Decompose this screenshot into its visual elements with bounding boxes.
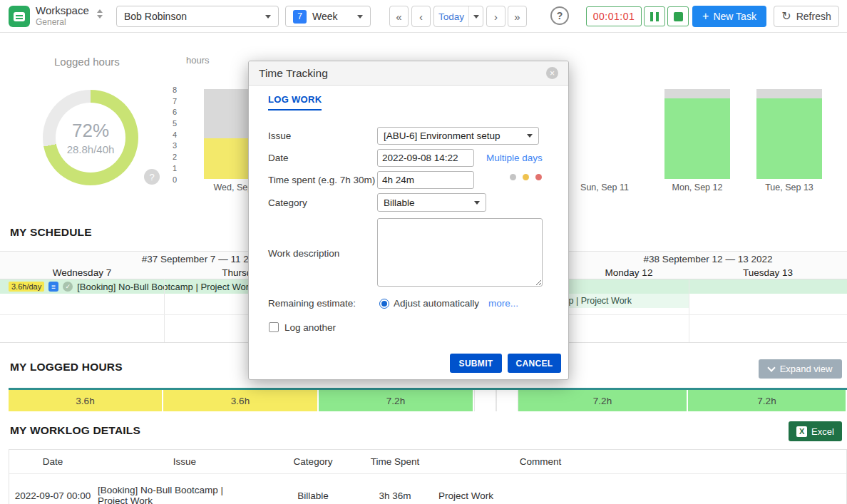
donut-help-icon[interactable]: ? xyxy=(144,169,160,185)
logged-hours-segment[interactable] xyxy=(474,390,496,411)
calendar-icon: 7 xyxy=(293,10,307,24)
close-icon[interactable]: × xyxy=(546,67,558,79)
plus-icon: + xyxy=(702,11,709,22)
timesheet-app: Workspace General Bob Robinson 7 Week « … xyxy=(0,0,847,504)
chevron-down-icon xyxy=(473,15,479,19)
category-select[interactable]: Billable xyxy=(377,193,486,212)
logged-hours-segment[interactable]: 3.6h xyxy=(163,390,319,411)
status-dot-icon xyxy=(523,174,529,180)
worklog-table-row[interactable]: 2022-09-07 00:00 [Booking] No-Bull Bootc… xyxy=(9,474,846,504)
bar-x-label: Tue, Sep 13 xyxy=(756,182,822,192)
new-task-button[interactable]: + New Task xyxy=(692,6,766,27)
refresh-label: Refresh xyxy=(796,11,831,22)
booking-rate-badge: 3.6h/day xyxy=(9,282,44,292)
chevron-down-icon xyxy=(265,15,271,19)
logged-hours-section-title: MY LOGGED HOURS xyxy=(10,361,123,374)
schedule-monday-booking-cell[interactable]: [Booking] No-Bull Bootcamp | Project Wor… xyxy=(569,294,689,308)
chevron-down-icon xyxy=(474,201,480,205)
status-dot-icon xyxy=(535,174,542,180)
worklog-section-title: MY WORKLOG DETAILS xyxy=(10,424,140,437)
work-description-textarea[interactable] xyxy=(377,218,543,287)
nav-prev-button[interactable]: ‹ xyxy=(411,6,431,27)
column-header-filler xyxy=(644,450,846,473)
nav-first-button[interactable]: « xyxy=(389,6,409,27)
issue-select-value: [ABU-6] Environment setup xyxy=(384,130,500,141)
adjust-automatically-radio[interactable] xyxy=(379,299,389,309)
bar-x-label: Mon, Sep 12 xyxy=(664,182,730,192)
date-field-label: Date xyxy=(268,153,289,163)
today-button[interactable]: Today xyxy=(434,6,468,26)
pause-icon xyxy=(650,12,653,21)
logged-hours-segment[interactable]: 3.6h xyxy=(9,390,163,411)
period-select[interactable]: 7 Week xyxy=(285,6,371,27)
logged-hours-segment[interactable]: 7.2h xyxy=(688,390,847,411)
worklog-comment: Project Work xyxy=(437,474,644,504)
refresh-button[interactable]: ↻ Refresh xyxy=(774,6,839,27)
booking-entry[interactable]: 3.6h/day ≡ ✓ [Booking] No-Bull Bootcamp … xyxy=(9,281,254,292)
remaining-estimate-label: Remaining estimate: xyxy=(268,298,356,309)
booking-status-icon: ✓ xyxy=(63,282,73,292)
stop-icon xyxy=(674,12,683,21)
time-spent-field-label: Time spent (e.g. 7h 30m) xyxy=(268,175,375,185)
excel-icon: X xyxy=(796,426,807,437)
issue-field-label: Issue xyxy=(268,130,291,141)
column-header-time-spent: Time Spent xyxy=(353,450,437,473)
schedule-section-title: MY SCHEDULE xyxy=(10,226,92,239)
more-link[interactable]: more... xyxy=(488,298,518,309)
dialog-header: Time Tracking × xyxy=(249,61,568,86)
workspace-title: Workspace xyxy=(36,4,89,16)
excel-label: Excel xyxy=(811,426,834,437)
grid-line xyxy=(164,279,165,342)
logged-hours-bar: 3.6h3.6h7.2h7.2h7.2h xyxy=(9,388,847,411)
worklog-header-row: Date Issue Category Time Spent Comment xyxy=(9,450,846,474)
status-dots xyxy=(510,174,542,180)
nav-next-button[interactable]: › xyxy=(486,6,505,27)
user-select[interactable]: Bob Robinson xyxy=(116,6,279,27)
period-select-value: Week xyxy=(312,11,338,22)
export-excel-button[interactable]: X Excel xyxy=(789,421,842,441)
logged-hours-segment[interactable]: 7.2h xyxy=(319,390,474,411)
column-header-issue: Issue xyxy=(96,450,273,473)
bar-planned-segment xyxy=(664,89,730,98)
chevron-down-icon xyxy=(527,134,533,138)
worklog-table: Date Issue Category Time Spent Comment 2… xyxy=(9,449,847,504)
worklog-filler xyxy=(644,474,846,504)
cancel-button[interactable]: CANCEL xyxy=(508,354,561,373)
bar-logged-segment xyxy=(664,98,730,179)
workspace-subtitle: General xyxy=(36,17,66,27)
nav-today-group: Today xyxy=(433,6,483,27)
week-38-label: #38 September 12 — 13 2022 xyxy=(569,252,847,266)
logged-hours-segment[interactable] xyxy=(496,390,518,411)
multiple-days-link[interactable]: Multiple days xyxy=(486,153,543,163)
chevron-down-icon xyxy=(357,15,363,19)
log-another-label: Log another xyxy=(284,322,336,333)
day-header-monday: Monday 12 xyxy=(569,265,689,279)
expand-view-label: Expand view xyxy=(780,364,833,374)
booking-label: [Booking] No-Bull Bootcamp | Project Wor… xyxy=(77,282,253,292)
bar-x-label: Sun, Sep 11 xyxy=(572,182,637,192)
logged-hours-segment[interactable]: 7.2h xyxy=(518,390,688,411)
timer-pause-button[interactable] xyxy=(644,6,665,26)
timer-display: 00:01:01 xyxy=(586,6,642,26)
time-spent-input[interactable] xyxy=(377,171,474,189)
grid-line xyxy=(689,279,689,342)
submit-button[interactable]: SUBMIT xyxy=(450,354,502,373)
dialog-title: Time Tracking xyxy=(259,67,328,80)
user-select-value: Bob Robinson xyxy=(124,11,187,22)
log-another-checkbox[interactable] xyxy=(269,322,279,332)
time-tracking-dialog: Time Tracking × LOG WORK Issue [ABU-6] E… xyxy=(248,61,569,380)
donut-center-labels: 72% 28.8h/40h xyxy=(43,90,138,185)
workspace-logo-icon xyxy=(9,6,30,27)
work-description-label: Work description xyxy=(268,248,339,259)
workspace-switcher-icon[interactable] xyxy=(97,9,103,19)
tab-log-work[interactable]: LOG WORK xyxy=(268,94,322,110)
refresh-icon: ↻ xyxy=(781,11,791,22)
help-icon[interactable]: ? xyxy=(550,6,569,25)
issue-select[interactable]: [ABU-6] Environment setup xyxy=(377,127,539,145)
timer-stop-button[interactable] xyxy=(667,6,689,26)
nav-last-button[interactable]: » xyxy=(508,6,527,27)
today-dropdown-button[interactable] xyxy=(468,6,483,26)
date-input[interactable] xyxy=(377,149,474,167)
bar-planned-segment xyxy=(756,89,822,98)
expand-view-button[interactable]: Expand view xyxy=(759,359,842,379)
